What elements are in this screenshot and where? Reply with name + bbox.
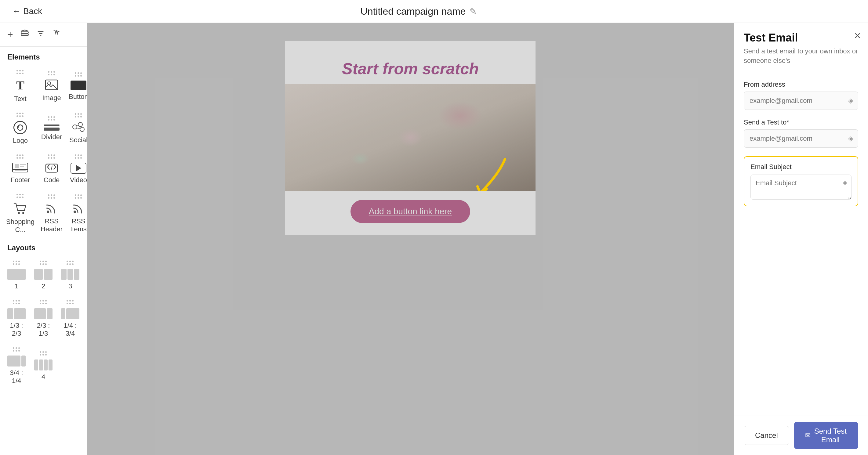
drag-dots bbox=[13, 347, 20, 352]
layers-button[interactable] bbox=[21, 29, 29, 40]
drag-dots bbox=[75, 154, 82, 159]
element-shopping-cart[interactable]: Shopping C... bbox=[4, 189, 37, 237]
back-button[interactable]: ← Back bbox=[12, 6, 42, 16]
layout-4[interactable]: 4 bbox=[31, 343, 56, 388]
layout-3-label: 3 bbox=[68, 282, 72, 290]
element-rss-header[interactable]: RSS Header bbox=[38, 189, 65, 237]
formula-button[interactable] bbox=[52, 29, 61, 40]
send-test-to-tag-icon: ◈ bbox=[848, 135, 854, 142]
element-text[interactable]: T Text bbox=[4, 65, 37, 106]
element-code[interactable]: Code bbox=[38, 150, 65, 188]
button-element-icon bbox=[70, 80, 86, 90]
layout-3[interactable]: 3 bbox=[57, 256, 83, 294]
drag-dots bbox=[13, 300, 20, 304]
filters-button[interactable] bbox=[36, 29, 45, 40]
layout-2-icon bbox=[34, 269, 53, 280]
layout-2[interactable]: 2 bbox=[31, 256, 56, 294]
send-test-to-input[interactable] bbox=[744, 129, 858, 148]
svg-point-5 bbox=[73, 125, 77, 129]
layout-1-4-3-4[interactable]: 1/4 : 3/4 bbox=[57, 295, 83, 341]
svg-line-17 bbox=[51, 166, 52, 170]
element-image[interactable]: Image bbox=[38, 65, 65, 106]
element-social[interactable]: Social bbox=[66, 108, 87, 148]
drag-dots bbox=[75, 72, 82, 77]
svg-rect-13 bbox=[20, 164, 26, 165]
layout-3-4-1-4[interactable]: 3/4 : 1/4 bbox=[4, 343, 29, 388]
canvas-content: Start from scratch Add a button link her… bbox=[285, 41, 535, 235]
canvas-button[interactable]: Add a button link here bbox=[350, 200, 470, 223]
sidebar: + Elements bbox=[0, 23, 87, 455]
layout-1-icon bbox=[7, 269, 26, 280]
code-element-icon bbox=[44, 163, 59, 174]
drag-dots bbox=[75, 113, 82, 118]
elements-grid: T Text Image bbox=[0, 65, 87, 237]
svg-rect-15 bbox=[14, 170, 26, 171]
layout-2-label: 2 bbox=[41, 282, 45, 290]
layout-3-4-1-4-icon bbox=[7, 356, 26, 366]
email-subject-textarea[interactable] bbox=[750, 174, 851, 200]
layout-1-3-2-3-icon bbox=[7, 308, 26, 319]
layout-2-3-1-3[interactable]: 2/3 : 1/3 bbox=[31, 295, 56, 341]
layouts-grid: 1 2 bbox=[0, 256, 87, 388]
element-logo[interactable]: Logo bbox=[4, 108, 37, 148]
send-test-email-button[interactable]: ✉ Send Test Email bbox=[794, 422, 858, 449]
layout-2-3-1-3-icon bbox=[34, 308, 53, 319]
svg-point-7 bbox=[80, 127, 84, 132]
send-test-to-group: Send a Test to* ◈ bbox=[744, 119, 858, 148]
sidebar-toolbar: + bbox=[0, 23, 87, 47]
edit-campaign-icon[interactable]: ✎ bbox=[470, 6, 476, 17]
email-subject-tag-icon: ◈ bbox=[843, 179, 847, 186]
layout-1-3-2-3-label: 1/3 : 2/3 bbox=[6, 322, 27, 337]
layout-1-label: 1 bbox=[14, 282, 18, 290]
element-shopping-label: Shopping C... bbox=[6, 218, 34, 234]
drag-dots bbox=[48, 71, 55, 76]
drag-dots bbox=[17, 112, 24, 117]
layout-4-icon bbox=[34, 359, 53, 370]
panel-footer: Cancel ✉ Send Test Email bbox=[734, 416, 868, 455]
element-code-label: Code bbox=[44, 176, 60, 184]
from-address-input-wrapper: ◈ bbox=[744, 92, 858, 110]
back-label: Back bbox=[23, 6, 42, 16]
layouts-section-title: Layouts bbox=[0, 237, 87, 256]
layout-4-label: 4 bbox=[41, 373, 45, 381]
svg-rect-14 bbox=[20, 166, 24, 167]
canvas-image bbox=[285, 84, 535, 191]
svg-point-20 bbox=[47, 210, 49, 213]
close-panel-button[interactable]: × bbox=[854, 30, 861, 41]
layout-3-4-1-4-label: 3/4 : 1/4 bbox=[6, 369, 27, 385]
from-address-input[interactable] bbox=[744, 92, 858, 110]
element-social-label: Social bbox=[69, 136, 87, 144]
text-element-icon: T bbox=[16, 78, 24, 93]
send-test-to-label: Send a Test to* bbox=[744, 119, 858, 126]
right-panel: Test Email Send a test email to your own… bbox=[734, 23, 868, 455]
layout-1[interactable]: 1 bbox=[4, 256, 29, 294]
send-test-to-input-wrapper: ◈ bbox=[744, 129, 858, 148]
svg-point-18 bbox=[18, 212, 20, 214]
layout-2-3-1-3-label: 2/3 : 1/3 bbox=[33, 322, 54, 337]
elements-section-title: Elements bbox=[0, 47, 87, 65]
element-button[interactable]: Button bbox=[66, 65, 87, 106]
element-button-label: Button bbox=[69, 93, 87, 101]
layout-1-3-2-3[interactable]: 1/3 : 2/3 bbox=[4, 295, 29, 341]
social-element-icon bbox=[72, 122, 85, 134]
element-divider[interactable]: Divider bbox=[38, 108, 65, 148]
element-rss-items-label: RSS Items bbox=[69, 217, 87, 233]
element-rss-items[interactable]: RSS Items bbox=[66, 189, 87, 237]
drag-dots bbox=[17, 154, 24, 159]
element-footer[interactable]: Footer bbox=[4, 150, 37, 188]
layout-3-icon bbox=[61, 269, 80, 280]
send-test-label: Send Test Email bbox=[814, 427, 847, 444]
add-element-button[interactable]: + bbox=[7, 29, 13, 40]
footer-element-icon bbox=[12, 163, 28, 174]
textarea-resize-handle: ⌞ bbox=[848, 195, 850, 200]
from-address-tag-icon: ◈ bbox=[848, 97, 854, 105]
image-element-icon bbox=[45, 79, 58, 92]
cancel-button[interactable]: Cancel bbox=[744, 426, 789, 445]
element-video[interactable]: Video bbox=[66, 150, 87, 188]
element-footer-label: Footer bbox=[11, 176, 30, 184]
panel-header: Test Email Send a test email to your own… bbox=[734, 23, 868, 72]
arrow-annotation bbox=[462, 150, 511, 191]
element-rss-header-label: RSS Header bbox=[41, 217, 63, 233]
svg-point-21 bbox=[73, 210, 76, 213]
video-element-icon bbox=[70, 163, 86, 174]
